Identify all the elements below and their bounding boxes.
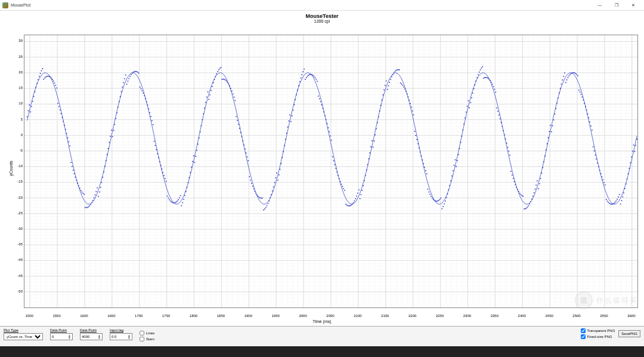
svg-rect-250 [36,83,38,84]
svg-rect-289 [79,188,80,189]
svg-rect-315 [108,148,109,149]
maximize-button[interactable]: ❐ [608,1,625,10]
svg-rect-413 [215,76,216,77]
svg-rect-514 [326,119,327,120]
svg-rect-329 [123,82,124,84]
svg-rect-481 [289,115,290,116]
svg-rect-244 [30,112,31,113]
svg-rect-738 [571,73,572,74]
input-lag-spinner[interactable]: 0.0 ▲▼ [110,333,132,340]
svg-rect-511 [322,108,323,109]
svg-rect-784 [621,200,623,201]
svg-rect-440 [244,149,246,150]
plot-type-label: Plot Type [4,328,43,332]
svg-rect-348 [144,96,145,97]
svg-rect-281 [70,162,72,163]
svg-rect-533 [346,205,348,206]
svg-rect-781 [618,196,619,198]
svg-rect-333 [128,81,129,82]
svg-rect-605 [425,170,426,171]
svg-rect-473 [281,163,282,164]
svg-rect-539 [353,202,354,204]
svg-rect-644 [468,100,469,101]
svg-rect-656 [481,67,482,69]
svg-rect-461 [268,203,269,204]
data-point-start-spinner[interactable]: 0 ▲▼ [50,333,73,340]
svg-rect-484 [293,110,294,111]
spinner-arrows-icon[interactable]: ▲▼ [68,334,71,339]
svg-rect-773 [609,203,610,204]
svg-rect-620 [442,208,443,210]
svg-rect-403 [204,107,205,109]
svg-rect-431 [235,100,236,101]
spinner-arrows-icon[interactable]: ▲▼ [128,334,131,339]
svg-rect-788 [626,183,627,184]
close-button[interactable]: ✕ [625,1,642,10]
svg-rect-320 [113,130,114,131]
data-point-start-label: Data Point [50,328,73,332]
stem-checkbox[interactable] [140,337,144,341]
svg-rect-791 [628,168,630,169]
svg-rect-438 [242,140,243,141]
svg-rect-375 [174,202,175,204]
svg-rect-610 [431,196,432,197]
svg-rect-260 [48,76,49,77]
x-tick: 1850 [217,314,225,318]
svg-rect-518 [330,136,331,137]
svg-rect-595 [414,131,416,132]
spinner-arrows-icon[interactable]: ▲▼ [98,334,101,339]
svg-rect-642 [466,112,467,113]
svg-rect-498 [308,75,309,76]
svg-rect-603 [423,163,424,164]
svg-rect-579 [397,69,398,70]
transparent-png-checkbox[interactable] [581,328,586,333]
svg-rect-408 [209,94,210,96]
svg-rect-489 [298,85,299,87]
svg-rect-435 [239,128,240,129]
svg-rect-425 [228,84,230,85]
svg-rect-487 [296,94,297,96]
svg-rect-667 [493,86,494,87]
svg-rect-726 [558,97,559,99]
window-title: MousePlot [11,3,592,7]
svg-rect-691 [519,193,521,194]
y-axis-label: yCounts [9,161,13,176]
minimize-button[interactable]: — [592,1,608,10]
svg-rect-567 [383,90,385,91]
plot-type-select[interactable]: yCount vs. Time [4,333,43,340]
svg-rect-668 [494,89,496,90]
svg-rect-698 [527,207,528,208]
fixed-size-png-checkbox[interactable] [581,334,586,339]
svg-rect-338 [133,72,134,73]
plot-region[interactable] [24,35,638,308]
svg-rect-510 [321,104,323,106]
svg-rect-361 [158,157,159,158]
svg-rect-631 [454,165,455,166]
svg-rect-255 [42,68,43,69]
svg-rect-751 [585,106,586,107]
svg-rect-530 [343,188,344,189]
svg-rect-474 [282,157,283,158]
svg-rect-681 [509,151,510,152]
data-point-end-spinner[interactable]: 4000 ▲▼ [80,333,103,340]
svg-rect-542 [356,196,357,197]
save-png-button[interactable]: SavePNG [618,330,640,337]
svg-rect-401 [202,119,203,121]
svg-rect-540 [354,201,355,202]
svg-rect-680 [507,147,509,148]
svg-rect-524 [336,171,338,173]
svg-rect-787 [624,188,626,189]
svg-rect-585 [403,87,404,88]
svg-rect-404 [205,102,206,103]
lines-checkbox[interactable] [140,331,144,336]
svg-rect-363 [160,165,162,166]
svg-rect-427 [230,88,231,89]
svg-rect-594 [413,115,414,116]
svg-rect-297 [88,207,89,208]
svg-rect-740 [573,72,574,73]
svg-rect-745 [578,90,580,91]
svg-rect-392 [192,161,193,162]
svg-rect-512 [323,112,324,113]
svg-rect-368 [166,181,167,182]
svg-rect-316 [109,142,110,143]
